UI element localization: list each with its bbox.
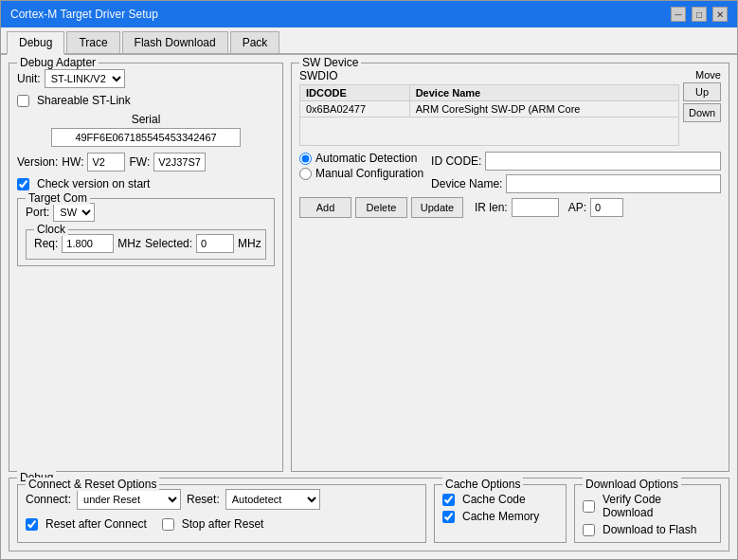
selected-input[interactable]	[196, 234, 234, 253]
device-name-label: Device Name:	[431, 177, 502, 190]
serial-box: Serial	[17, 113, 275, 147]
connect-reset-group: Connect & Reset Options Connect: under R…	[17, 484, 426, 543]
move-controls: Move Up Down	[683, 69, 721, 122]
reset-after-connect-label: Reset after Connect	[45, 517, 147, 531]
up-button[interactable]: Up	[683, 82, 721, 101]
tab-pack[interactable]: Pack	[230, 31, 280, 53]
cache-code-checkbox[interactable]	[442, 494, 455, 506]
top-section: Debug Adapter Unit: ST-LINK/V2 Shareable…	[9, 63, 729, 472]
ap-label: AP:	[568, 201, 586, 214]
idcode-cell: 0x6BA02477	[300, 101, 410, 117]
hw-label: HW:	[62, 155, 83, 169]
port-select[interactable]: SW	[53, 203, 95, 222]
config-row1: Automatic Detection Manual Configuration…	[299, 152, 721, 193]
clock-row: Req: MHz Selected: MHz	[34, 234, 258, 253]
cache-memory-checkbox[interactable]	[442, 511, 455, 523]
main-window: Cortex-M Target Driver Setup ─ □ ✕ Debug…	[0, 0, 738, 560]
debug-bottom-group: Debug Connect & Reset Options Connect: u…	[9, 478, 729, 551]
download-options-label: Download Options	[583, 478, 681, 491]
stop-after-reset-row: Stop after Reset	[162, 517, 264, 531]
target-com-group: Target Com Port: SW Clock Req: MHz	[17, 198, 275, 266]
tab-trace[interactable]: Trace	[66, 31, 119, 53]
id-device-fields: ID CODE: Device Name:	[431, 152, 721, 193]
shareable-label: Shareable ST-Link	[37, 94, 131, 107]
target-com-label: Target Com	[26, 191, 90, 205]
fw-label: FW:	[129, 155, 150, 169]
check-version-label: Check version on start	[37, 177, 150, 190]
unit-row: Unit: ST-LINK/V2	[17, 69, 275, 88]
close-button[interactable]: ✕	[712, 7, 728, 22]
device-name-header: Device Name	[409, 85, 678, 101]
download-options-group: Download Options Verify Code Download Do…	[574, 484, 721, 543]
table-row[interactable]: 0x6BA02477 ARM CoreSight SW-DP (ARM Core	[300, 101, 679, 117]
id-code-input[interactable]	[485, 152, 721, 171]
hw-input[interactable]	[87, 153, 125, 172]
cache-code-label: Cache Code	[462, 493, 526, 506]
move-label: Move	[695, 69, 721, 81]
add-button[interactable]: Add	[299, 197, 351, 218]
swdio-label: SWDIO	[299, 69, 338, 82]
clock-group: Clock Req: MHz Selected: MHz	[26, 229, 266, 260]
verify-code-row: Verify Code Download	[583, 493, 712, 519]
reset-select[interactable]: Autodetect	[225, 489, 320, 510]
action-row: Add Delete Update IR len: AP:	[299, 197, 721, 218]
main-content: Debug Adapter Unit: ST-LINK/V2 Shareable…	[1, 55, 737, 559]
debug-adapter-label: Debug Adapter	[17, 56, 99, 69]
sw-table-section: SWDIO IDCODE Device Name	[299, 69, 721, 146]
manual-config-row: Manual Configuration	[299, 167, 423, 180]
stop-after-reset-checkbox[interactable]	[162, 518, 174, 531]
cache-memory-row: Cache Memory	[442, 510, 558, 523]
debug-adapter-group: Debug Adapter Unit: ST-LINK/V2 Shareable…	[9, 63, 283, 472]
shareable-checkbox[interactable]	[17, 95, 29, 107]
reset-label: Reset:	[187, 493, 220, 506]
window-title: Cortex-M Target Driver Setup	[10, 8, 158, 21]
req-input[interactable]	[62, 234, 114, 253]
bottom-section: Debug Connect & Reset Options Connect: u…	[9, 478, 729, 551]
device-name-input[interactable]	[506, 174, 721, 193]
id-code-row: ID CODE:	[431, 152, 721, 171]
serial-input[interactable]	[51, 128, 241, 147]
serial-label: Serial	[17, 113, 275, 126]
tab-debug[interactable]: Debug	[7, 31, 64, 55]
auto-detection-row: Automatic Detection	[299, 152, 423, 165]
unit-label: Unit:	[17, 72, 41, 85]
device-name-cell: ARM CoreSight SW-DP (ARM Core	[409, 101, 678, 117]
id-code-label: ID CODE:	[431, 154, 481, 168]
delete-button[interactable]: Delete	[355, 197, 407, 218]
port-label: Port:	[26, 206, 49, 219]
tab-flash-download[interactable]: Flash Download	[122, 31, 228, 53]
auto-detection-radio[interactable]	[299, 153, 312, 165]
tab-bar: Debug Trace Flash Download Pack	[1, 27, 737, 55]
title-bar-buttons: ─ □ ✕	[671, 7, 728, 22]
connect-row: Connect: under Reset Reset: Autodetect	[26, 489, 418, 510]
hw-fw-row: Version: HW: FW:	[17, 153, 275, 172]
shareable-row: Shareable ST-Link	[17, 94, 275, 107]
minimize-button[interactable]: ─	[671, 7, 686, 22]
maximize-button[interactable]: □	[692, 7, 707, 22]
unit-select[interactable]: ST-LINK/V2	[45, 69, 125, 88]
verify-code-checkbox[interactable]	[583, 500, 595, 513]
reset-after-connect-checkbox[interactable]	[26, 518, 38, 531]
ir-len-label: IR len:	[475, 201, 508, 214]
manual-config-label: Manual Configuration	[315, 167, 423, 180]
fw-input[interactable]	[153, 153, 206, 172]
idcode-header: IDCODE	[300, 85, 410, 101]
connect-select[interactable]: under Reset	[77, 489, 181, 510]
port-row: Port: SW	[26, 203, 266, 222]
cache-options-label: Cache Options	[442, 478, 523, 491]
ir-len-input[interactable]	[512, 198, 559, 217]
mhz-label2: MHz	[238, 237, 261, 250]
check-version-checkbox[interactable]	[17, 178, 29, 190]
detection-radio-group: Automatic Detection Manual Configuration	[299, 152, 423, 193]
update-button[interactable]: Update	[411, 197, 463, 218]
manual-config-radio[interactable]	[299, 168, 312, 180]
stop-after-reset-label: Stop after Reset	[182, 517, 264, 531]
connect-label: Connect:	[26, 493, 71, 506]
cache-code-row: Cache Code	[442, 493, 558, 506]
down-button[interactable]: Down	[683, 103, 721, 122]
version-label: Version:	[17, 155, 58, 169]
cache-options-group: Cache Options Cache Code Cache Memory	[434, 484, 567, 543]
ap-input[interactable]	[590, 198, 623, 217]
download-flash-checkbox[interactable]	[583, 524, 595, 536]
sw-config-section: Automatic Detection Manual Configuration…	[299, 152, 721, 218]
